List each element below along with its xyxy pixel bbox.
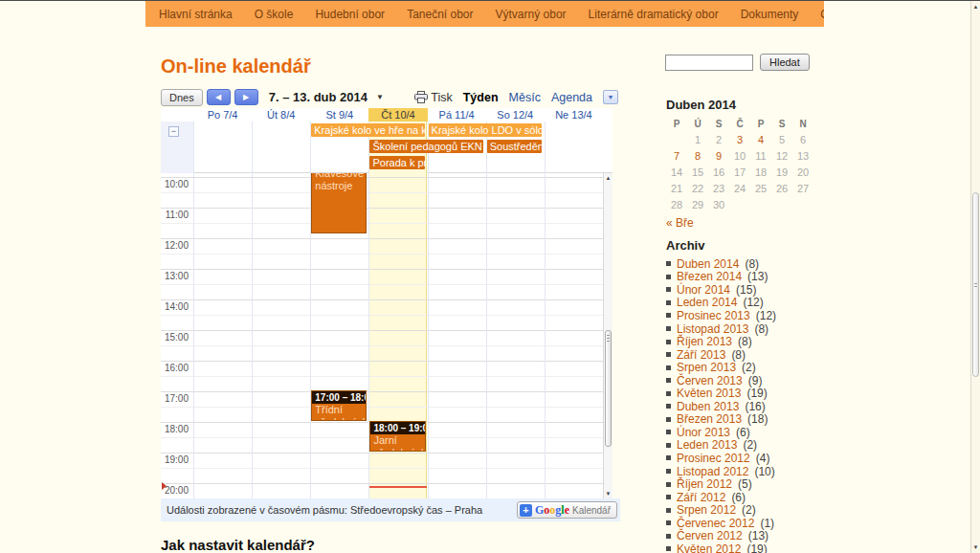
browser-scrollbar[interactable]: ▲ ▼ [970, 1, 980, 553]
archive-month-link[interactable]: Duben 2013 [677, 400, 739, 413]
archive-month-link[interactable]: Září 2013 [677, 348, 725, 362]
archive-month-link[interactable]: Leden 2013 [677, 438, 737, 452]
calendar-scrollbar[interactable]: ▲ ▼ [603, 173, 612, 498]
archive-month-link[interactable]: Březen 2013 [677, 412, 742, 426]
half-hour-line [161, 407, 603, 408]
nav-item[interactable]: O škole [255, 8, 294, 21]
prev-month-link[interactable]: « Bře [666, 216, 694, 230]
browser-scrollbar-thumb[interactable] [972, 192, 979, 377]
view-tab[interactable]: Agenda [551, 91, 592, 104]
hour-line [161, 361, 603, 362]
nav-item[interactable]: Hlavní stránka [159, 8, 233, 21]
today-button[interactable]: Dnes [161, 89, 203, 106]
print-button[interactable]: Tisk [414, 91, 452, 104]
archive-month-link[interactable]: Květen 2013 [677, 387, 741, 400]
mini-calendar-day[interactable]: 7 [666, 147, 687, 164]
archive-item: Březen 2013(18) [666, 413, 827, 427]
view-dropdown-button[interactable]: ▼ [603, 90, 618, 104]
weekday-letter: Ú [687, 117, 708, 131]
allday-event[interactable]: Soustředění [487, 140, 542, 153]
archive-month-link[interactable]: Říjen 2012 [677, 477, 732, 491]
scroll-up-icon[interactable]: ▲ [971, 4, 980, 10]
archive-month-link[interactable]: Červen 2012 [677, 529, 743, 542]
mini-calendar-day[interactable]: 9 [708, 147, 729, 164]
mini-calendar-day: 19 [771, 164, 792, 180]
archive-month-link[interactable]: Září 2012 [677, 491, 725, 504]
prev-week-button[interactable]: ◀ [207, 89, 231, 105]
weekday-letter: N [792, 117, 813, 131]
archive-month-link[interactable]: Prosinec 2012 [677, 452, 750, 465]
timed-event[interactable]: 17:00 – 18:00Třídní předehrávk [311, 390, 367, 421]
timed-event[interactable]: Klávesové nástroje [311, 173, 367, 233]
collapse-allday-button[interactable]: − [168, 126, 179, 137]
archive-month-link[interactable]: Únor 2014 [677, 283, 730, 297]
archive-count: (8) [731, 348, 746, 362]
allday-event[interactable]: Krajské kolo LDO v sólové [429, 123, 542, 137]
nav-item[interactable]: Galerie [820, 8, 824, 21]
archive-month-link[interactable]: Říjen 2013 [677, 335, 732, 348]
time-label: 13:00 [161, 271, 189, 281]
nav-item[interactable]: Výtvarný obor [496, 8, 567, 21]
day-header: Út 8/4 [252, 108, 310, 122]
search-input[interactable] [665, 55, 753, 71]
allday-event[interactable]: Porada k pro [369, 156, 424, 169]
timed-event[interactable]: 18:00 – 19:00Jarní předehrávk [369, 421, 425, 452]
bullet-icon [666, 365, 671, 370]
archive-month-link[interactable]: Srpen 2012 [677, 503, 736, 517]
archive-month-link[interactable]: Únor 2013 [677, 426, 730, 439]
mini-calendar-day: 28 [666, 196, 687, 212]
view-tab[interactable]: Měsíc [509, 91, 541, 104]
scroll-up-icon[interactable]: ▲ [604, 175, 612, 181]
archive-item: Září 2012(6) [666, 491, 827, 504]
allday-event[interactable]: Krajské kolo ve hře na kyt [311, 123, 424, 137]
archive-month-link[interactable]: Duben 2014 [677, 257, 739, 271]
hour-line [161, 238, 603, 239]
archive-count: (19) [746, 542, 767, 553]
mini-calendar-day: 16 [708, 164, 729, 180]
search-button[interactable]: Hledat [760, 54, 810, 71]
view-tab[interactable]: Týden [463, 91, 499, 104]
scroll-down-icon[interactable]: ▼ [604, 491, 612, 497]
archive-month-link[interactable]: Březen 2014 [677, 270, 742, 283]
scroll-down-icon[interactable]: ▼ [971, 544, 980, 550]
chevron-down-icon[interactable]: ▼ [376, 93, 384, 101]
event-title: Jarní předehrávk [370, 434, 424, 452]
archive-month-link[interactable]: Květen 2012 [677, 542, 741, 553]
nav-item[interactable]: Taneční obor [407, 8, 473, 21]
calendar-scrollbar-thumb[interactable] [605, 330, 612, 447]
mini-calendar-day[interactable]: 3 [729, 131, 750, 147]
column-divider [545, 173, 546, 498]
weekday-letter: S [708, 117, 729, 131]
archive-month-link[interactable]: Leden 2014 [677, 296, 737, 309]
current-time-arrow-icon [162, 482, 167, 490]
printer-icon [414, 91, 428, 103]
archive-month-link[interactable]: Červenec 2012 [677, 517, 754, 530]
column-divider [252, 173, 253, 498]
half-hour-line [161, 315, 603, 316]
archive-item: Červen 2012(13) [666, 529, 827, 542]
hour-line [161, 391, 603, 392]
half-hour-line [161, 284, 603, 285]
mini-calendar-day[interactable]: 4 [750, 131, 771, 147]
archive-month-link[interactable]: Červen 2013 [677, 374, 743, 387]
allday-event[interactable]: Školení pedagogů EKN [369, 140, 482, 153]
archive-month-link[interactable]: Listopad 2013 [677, 322, 748, 336]
add-to-google-calendar-button[interactable]: + Google Kalendář [517, 501, 617, 519]
day-header: Pá 11/4 [428, 108, 486, 122]
archive-item: Srpen 2012(2) [666, 503, 827, 517]
day-header: St 9/4 [310, 108, 368, 122]
next-week-button[interactable]: ▶ [234, 89, 258, 105]
nav-item[interactable]: Dokumenty [741, 8, 799, 21]
archive-section: Archiv Duben 2014(8)Březen 2014(13)Únor … [666, 238, 827, 553]
archive-month-link[interactable]: Listopad 2012 [677, 465, 748, 478]
bullet-icon [666, 455, 671, 460]
mini-calendar-day: 2 [708, 131, 729, 147]
archive-count: (8) [745, 257, 759, 271]
archive-month-link[interactable]: Prosinec 2013 [677, 309, 750, 322]
mini-calendar-day[interactable]: 8 [687, 147, 708, 164]
nav-item[interactable]: Literárně dramatický obor [589, 8, 719, 21]
nav-item[interactable]: Hudební obor [315, 8, 385, 21]
bullet-icon [666, 534, 671, 539]
date-range-label[interactable]: 7. – 13. dub 2014 [269, 90, 368, 104]
archive-month-link[interactable]: Srpen 2013 [677, 361, 736, 374]
